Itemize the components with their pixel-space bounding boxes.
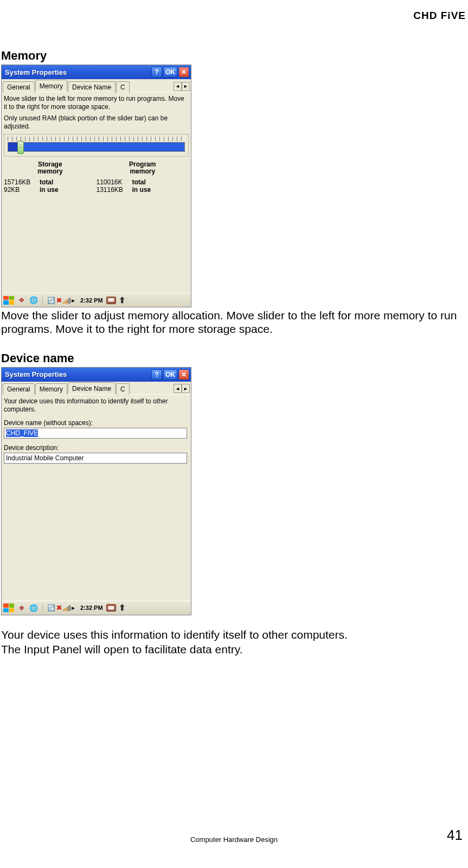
slider-track[interactable] (8, 142, 185, 152)
memory-info-1: Move slider to the left for more memory … (4, 95, 189, 111)
tab-memory[interactable]: Memory (35, 383, 67, 395)
device-description-label: Device description: (4, 444, 189, 452)
device-name-panel: Your device uses this information to ide… (2, 395, 191, 601)
tab-scroll-right[interactable]: ► (182, 82, 190, 91)
close-button[interactable]: ✕ (178, 369, 189, 380)
close-button[interactable]: ✕ (178, 67, 189, 78)
memory-slider[interactable] (4, 134, 189, 157)
tray-separator (42, 603, 43, 613)
error-icon: ✖ (56, 297, 62, 304)
screenshot-memory: System Properties ? OK ✕ General Memory … (1, 65, 191, 307)
signal-bars-icon (63, 605, 70, 611)
program-inuse-label: in use (132, 186, 151, 194)
section2-paragraph-1: Your device uses this information to ide… (1, 628, 467, 642)
section-heading-device-name: Device name (1, 351, 467, 365)
page-footer: Computer Hardware Design 41 (0, 835, 468, 844)
tab-partial[interactable]: C (116, 81, 130, 93)
storage-header: Storagememory (4, 161, 97, 175)
error-icon: ✖ (56, 604, 62, 612)
section2-paragraph-2: The Input Panel will open to facilitate … (1, 643, 467, 657)
device-name-label: Device name (without spaces): (4, 419, 189, 427)
device-name-value: CHD_FIVE (6, 429, 38, 437)
start-icon[interactable] (3, 296, 14, 305)
tab-scroll-left[interactable]: ◄ (174, 82, 182, 91)
program-total-value: 110016K (97, 178, 130, 186)
play-icon: ▸ (72, 604, 75, 612)
help-button[interactable]: ? (151, 369, 162, 380)
slider-thumb[interactable] (17, 141, 24, 154)
keyboard-icon[interactable]: ⌨ (106, 297, 116, 304)
section1-paragraph: Move the slider to adjust memory allocat… (1, 309, 467, 336)
memory-info-2: Only unused RAM (black portion of the sl… (4, 114, 189, 131)
tab-scroll-right[interactable]: ► (182, 384, 190, 393)
taskbar-clock[interactable]: 2:32 PM (80, 297, 103, 304)
help-button[interactable]: ? (151, 67, 162, 78)
tray-icon-1[interactable]: ❖ (17, 603, 26, 612)
connectivity-tray[interactable]: 🔃 ✖ ▸ (47, 604, 75, 612)
titlebar: System Properties ? OK ✕ (2, 368, 191, 382)
section-heading-memory: Memory (1, 49, 467, 63)
program-total-label: total (132, 178, 146, 186)
taskbar: ❖ 🌐 🔃 ✖ ▸ 2:32 PM ⌨ ⬆ (2, 293, 191, 307)
screenshot-device-name: System Properties ? OK ✕ General Memory … (1, 367, 191, 615)
tab-row: General Memory Device Name C ◄ ► (2, 79, 191, 92)
window-title: System Properties (5, 68, 150, 76)
storage-total-label: total (40, 178, 53, 186)
program-total-row: 110016K total (97, 178, 189, 186)
device-name-input[interactable]: CHD_FIVE (4, 428, 187, 439)
tab-general[interactable]: General (3, 383, 35, 395)
tab-scroll-left[interactable]: ◄ (174, 384, 182, 393)
signal-bars-icon (63, 297, 70, 304)
storage-total-value: 15716KB (4, 178, 37, 186)
brand-header: CHD FiVE (1, 10, 467, 22)
ok-button[interactable]: OK (163, 67, 177, 78)
storage-total-row: 15716KB total (4, 178, 97, 186)
taskbar: ❖ 🌐 🔃 ✖ ▸ 2:32 PM ⌨ ⬆ (2, 601, 191, 615)
page-number: 41 (447, 827, 463, 844)
program-inuse-row: 13116KB in use (97, 186, 189, 194)
tab-general[interactable]: General (3, 81, 35, 93)
memory-stats: Storagememory 15716KB total 92KB in use … (4, 161, 189, 194)
start-icon[interactable] (3, 603, 14, 612)
storage-column: Storagememory 15716KB total 92KB in use (4, 161, 97, 194)
tab-partial[interactable]: C (116, 383, 130, 395)
window-title: System Properties (5, 370, 150, 378)
tab-device-name[interactable]: Device Name (68, 81, 116, 93)
program-inuse-value: 13116KB (97, 186, 130, 194)
tab-scroll: ◄ ► (174, 384, 190, 393)
tray-icon-1[interactable]: ❖ (17, 296, 26, 305)
keyboard-icon[interactable]: ⌨ (106, 604, 116, 612)
tab-scroll: ◄ ► (174, 82, 190, 91)
taskbar-clock[interactable]: 2:32 PM (80, 605, 103, 611)
tray-icon-2[interactable]: 🌐 (29, 603, 38, 612)
sync-icon: 🔃 (47, 604, 55, 612)
program-column: Programmemory 110016K total 13116KB in u… (97, 161, 189, 194)
sync-icon: 🔃 (47, 297, 55, 304)
tab-memory[interactable]: Memory (35, 80, 67, 92)
tab-device-name[interactable]: Device Name (68, 382, 116, 394)
storage-inuse-value: 92KB (4, 186, 37, 194)
tray-icon-2[interactable]: 🌐 (29, 296, 38, 305)
storage-inuse-row: 92KB in use (4, 186, 97, 194)
titlebar: System Properties ? OK ✕ (2, 65, 191, 79)
storage-inuse-label: in use (40, 186, 59, 194)
ok-button[interactable]: OK (163, 369, 177, 380)
memory-panel: Move slider to the left for more memory … (2, 92, 191, 293)
footer-text: Computer Hardware Design (190, 835, 278, 844)
expand-tray-icon[interactable]: ⬆ (119, 296, 126, 305)
program-header: Programmemory (97, 161, 189, 175)
expand-tray-icon[interactable]: ⬆ (119, 603, 126, 612)
connectivity-tray[interactable]: 🔃 ✖ ▸ (47, 297, 75, 304)
tray-separator (42, 295, 43, 305)
device-description-value: Industrial Mobile Computer (6, 454, 84, 462)
device-name-info: Your device uses this information to ide… (4, 397, 189, 414)
play-icon: ▸ (72, 297, 75, 304)
device-description-input[interactable]: Industrial Mobile Computer (4, 453, 187, 464)
tab-row: General Memory Device Name C ◄ ► (2, 382, 191, 395)
slider-ticks (8, 137, 185, 141)
